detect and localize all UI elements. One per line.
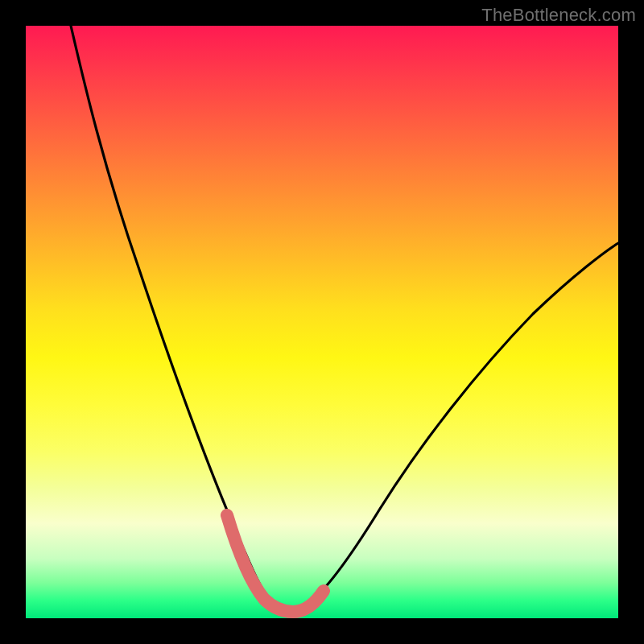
plot-area xyxy=(26,26,618,618)
watermark-text: TheBottleneck.com xyxy=(481,5,636,26)
chart-svg xyxy=(26,26,618,618)
outer-frame: TheBottleneck.com xyxy=(0,0,644,644)
highlight-band xyxy=(227,515,324,612)
bottleneck-curve xyxy=(71,26,618,609)
